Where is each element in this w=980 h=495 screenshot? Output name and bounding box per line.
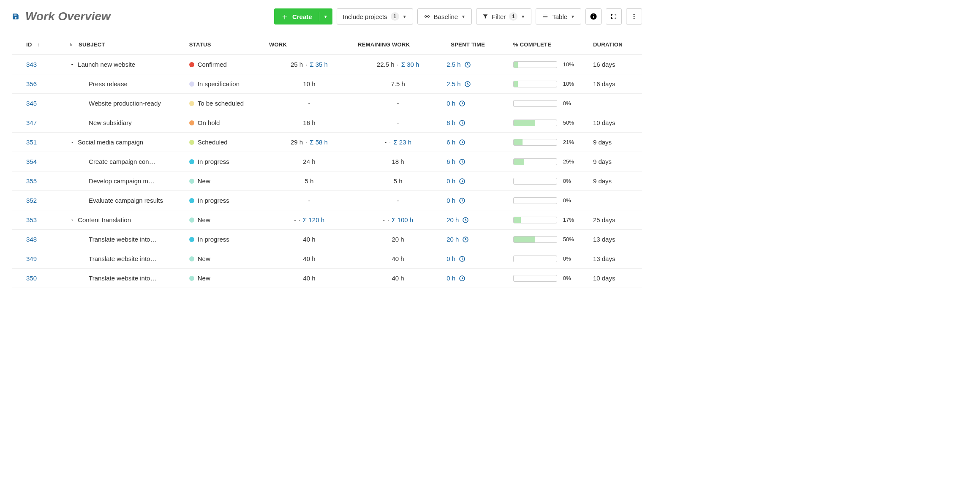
info-button[interactable]: [585, 8, 602, 24]
work-package-id-link[interactable]: 353: [26, 216, 37, 223]
spent-time-link[interactable]: 20 h: [446, 216, 469, 223]
col-header-remaining[interactable]: REMAINING WORK: [354, 36, 442, 55]
work-package-id-link[interactable]: 347: [26, 119, 37, 126]
view-mode-button[interactable]: Table ▼: [536, 8, 581, 24]
subject-link[interactable]: Content translation: [78, 216, 131, 223]
subject-link[interactable]: Launch new website: [78, 61, 135, 68]
col-header-pct[interactable]: % COMPLETE: [509, 36, 589, 55]
save-icon[interactable]: [12, 13, 19, 20]
table-row[interactable]: 347New subsidiaryOn hold16 h-8 h50%10 da…: [12, 113, 642, 133]
svg-rect-7: [593, 16, 594, 18]
work-sum[interactable]: Σ 120 h: [303, 216, 324, 223]
remaining-sum[interactable]: Σ 100 h: [392, 216, 413, 223]
col-header-spent[interactable]: SPENT TIME: [442, 36, 509, 55]
col-header-work[interactable]: WORK: [265, 36, 354, 55]
spent-time-link[interactable]: 8 h: [446, 119, 466, 126]
filter-button[interactable]: Filter 1 ▼: [476, 8, 531, 24]
subject-link[interactable]: Develop campaign m…: [89, 177, 155, 185]
progress-bar: [513, 158, 557, 165]
remaining-sum[interactable]: Σ 30 h: [401, 61, 419, 68]
fullscreen-button[interactable]: [606, 8, 622, 24]
table-icon: [542, 14, 549, 19]
status-dot: [189, 82, 194, 87]
work-package-id-link[interactable]: 349: [26, 255, 37, 262]
remaining-value: 22.5 h: [377, 61, 395, 68]
subject-link[interactable]: Create campaign con…: [89, 158, 155, 165]
spent-time-link[interactable]: 0 h: [446, 275, 466, 282]
spent-time-link[interactable]: 0 h: [446, 100, 466, 107]
col-header-status[interactable]: STATUS: [185, 36, 265, 55]
col-header-id[interactable]: ID ↑: [12, 36, 65, 55]
spent-time-link[interactable]: 6 h: [446, 139, 466, 146]
subject-link[interactable]: Website production-ready: [89, 100, 161, 107]
progress-bar: [513, 120, 557, 126]
work-package-id-link[interactable]: 348: [26, 236, 37, 243]
fullscreen-icon: [610, 13, 617, 20]
chevron-down-icon: ▼: [521, 14, 525, 19]
col-header-duration[interactable]: DURATION: [589, 36, 642, 55]
spent-time-link[interactable]: 20 h: [446, 236, 469, 243]
work-value: 16 h: [303, 119, 315, 126]
table-row[interactable]: 354Create campaign con…In progress24 h18…: [12, 152, 642, 171]
duration-value: 13 days: [593, 255, 615, 262]
table-row[interactable]: 355Develop campaign m…New5 h5 h0 h0%9 da…: [12, 171, 642, 191]
spent-time-link[interactable]: 6 h: [446, 158, 466, 165]
spent-time-link[interactable]: 2.5 h: [446, 61, 471, 68]
subject-link[interactable]: Translate website into…: [89, 255, 156, 262]
table-row[interactable]: 348Translate website into…In progress40 …: [12, 230, 642, 249]
spent-time-link[interactable]: 0 h: [446, 197, 466, 204]
baseline-icon: [424, 13, 430, 20]
chevron-down-icon: ▼: [324, 14, 328, 19]
table-row[interactable]: 351Social media campaignScheduled29 h·Σ …: [12, 133, 642, 152]
include-projects-button[interactable]: Include projects 1 ▼: [337, 8, 413, 24]
hierarchy-icon: [69, 42, 74, 47]
subject-link[interactable]: Press release: [89, 80, 128, 87]
clock-icon: [462, 236, 469, 243]
subject-link[interactable]: Translate website into…: [89, 275, 156, 282]
table-row[interactable]: 345Website production-readyTo be schedul…: [12, 94, 642, 113]
subject-link[interactable]: Social media campaign: [78, 139, 143, 146]
spent-time-link[interactable]: 2.5 h: [446, 80, 471, 87]
remaining-value: 7.5 h: [391, 80, 405, 87]
svg-point-1: [427, 16, 429, 17]
progress-bar: [513, 197, 557, 204]
work-package-id-link[interactable]: 343: [26, 61, 37, 68]
subject-link[interactable]: Evaluate campaign results: [89, 197, 163, 204]
work-package-id-link[interactable]: 350: [26, 275, 37, 282]
table-row[interactable]: 343Launch new websiteConfirmed25 h·Σ 35 …: [12, 55, 642, 74]
table-row[interactable]: 349Translate website into…New40 h40 h0 h…: [12, 249, 642, 269]
chevron-down-icon[interactable]: [69, 140, 75, 145]
spent-time-link[interactable]: 0 h: [446, 177, 466, 185]
subject-link[interactable]: Translate website into…: [89, 236, 156, 243]
progress-bar: [513, 178, 557, 185]
status-label: In progress: [198, 197, 229, 204]
progress-bar: [513, 81, 557, 87]
table-row[interactable]: 352Evaluate campaign resultsIn progress-…: [12, 191, 642, 210]
status-dot: [189, 101, 194, 106]
duration-value: 9 days: [593, 139, 612, 146]
work-value: 24 h: [303, 158, 315, 165]
table-row[interactable]: 350Translate website into…New40 h40 h0 h…: [12, 269, 642, 288]
create-button[interactable]: ＋ Create ▼: [274, 8, 332, 24]
work-package-id-link[interactable]: 354: [26, 158, 37, 165]
subject-link[interactable]: New subsidiary: [89, 119, 132, 126]
progress-bar: [513, 236, 557, 243]
work-sum[interactable]: Σ 35 h: [310, 61, 328, 68]
table-row[interactable]: 353Content translationNew-·Σ 120 h-·Σ 10…: [12, 210, 642, 230]
chevron-down-icon[interactable]: [69, 218, 75, 223]
col-header-subject[interactable]: SUBJECT: [65, 36, 185, 55]
work-package-id-link[interactable]: 351: [26, 139, 37, 146]
work-package-id-link[interactable]: 345: [26, 100, 37, 107]
remaining-sum[interactable]: Σ 23 h: [393, 139, 411, 146]
work-package-id-link[interactable]: 356: [26, 80, 37, 87]
work-package-id-link[interactable]: 355: [26, 177, 37, 185]
chevron-down-icon[interactable]: [69, 62, 75, 67]
more-menu-button[interactable]: [626, 8, 642, 24]
table-row[interactable]: 356Press releaseIn specification10 h7.5 …: [12, 74, 642, 94]
spent-time-link[interactable]: 0 h: [446, 255, 466, 262]
filter-label: Filter: [492, 13, 506, 20]
baseline-button[interactable]: Baseline ▼: [417, 8, 472, 24]
work-sum[interactable]: Σ 58 h: [310, 139, 328, 146]
work-package-id-link[interactable]: 352: [26, 197, 37, 204]
duration-value: 9 days: [593, 158, 612, 165]
